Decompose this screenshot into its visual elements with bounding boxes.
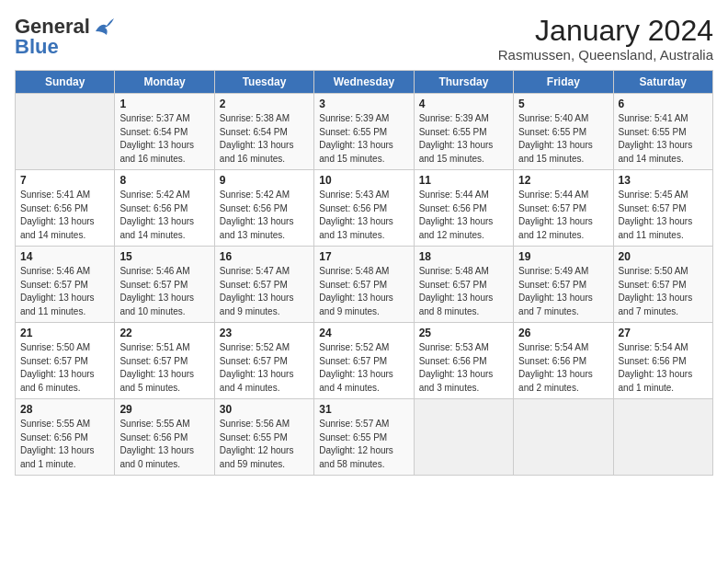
calendar-cell: 18Sunrise: 5:48 AM Sunset: 6:57 PM Dayli… — [414, 247, 513, 323]
day-number: 21 — [20, 327, 109, 339]
day-number: 8 — [119, 174, 209, 187]
calendar-cell: 5Sunrise: 5:40 AM Sunset: 6:55 PM Daylig… — [514, 94, 613, 170]
calendar-cell — [613, 399, 712, 476]
day-info: Sunrise: 5:47 AM Sunset: 6:57 PM Dayligh… — [220, 265, 309, 318]
calendar-cell: 3Sunrise: 5:39 AM Sunset: 6:55 PM Daylig… — [314, 94, 414, 170]
day-info: Sunrise: 5:55 AM Sunset: 6:56 PM Dayligh… — [20, 418, 109, 471]
logo-blue: Blue — [15, 35, 59, 59]
calendar-cell: 1Sunrise: 5:37 AM Sunset: 6:54 PM Daylig… — [115, 94, 214, 170]
calendar-cell: 13Sunrise: 5:45 AM Sunset: 6:57 PM Dayli… — [613, 170, 712, 247]
day-number: 14 — [20, 250, 109, 263]
page-header: General Blue January 2024 Rasmussen, Que… — [15, 15, 713, 63]
day-info: Sunrise: 5:51 AM Sunset: 6:57 PM Dayligh… — [119, 341, 209, 395]
day-info: Sunrise: 5:57 AM Sunset: 6:55 PM Dayligh… — [319, 418, 408, 471]
col-header-sunday: Sunday — [16, 71, 115, 94]
day-number: 10 — [319, 174, 408, 187]
day-number: 30 — [220, 403, 309, 416]
calendar-cell: 15Sunrise: 5:46 AM Sunset: 6:57 PM Dayli… — [115, 247, 214, 323]
logo-bird-icon — [94, 18, 114, 35]
col-header-tuesday: Tuesday — [214, 71, 313, 94]
day-number: 23 — [220, 327, 309, 339]
day-info: Sunrise: 5:49 AM Sunset: 6:57 PM Dayligh… — [518, 265, 608, 318]
day-number: 26 — [518, 327, 608, 339]
calendar-cell: 12Sunrise: 5:44 AM Sunset: 6:57 PM Dayli… — [514, 170, 613, 247]
calendar-cell: 28Sunrise: 5:55 AM Sunset: 6:56 PM Dayli… — [16, 399, 115, 476]
calendar-cell: 16Sunrise: 5:47 AM Sunset: 6:57 PM Dayli… — [214, 247, 313, 323]
day-number: 15 — [119, 250, 209, 263]
day-info: Sunrise: 5:48 AM Sunset: 6:57 PM Dayligh… — [319, 265, 408, 318]
calendar-cell: 11Sunrise: 5:44 AM Sunset: 6:56 PM Dayli… — [414, 170, 513, 247]
calendar-cell — [16, 94, 115, 170]
day-info: Sunrise: 5:55 AM Sunset: 6:56 PM Dayligh… — [119, 418, 209, 471]
day-number: 29 — [119, 403, 209, 416]
calendar-cell: 26Sunrise: 5:54 AM Sunset: 6:56 PM Dayli… — [514, 323, 613, 399]
calendar-cell: 27Sunrise: 5:54 AM Sunset: 6:56 PM Dayli… — [613, 323, 712, 399]
calendar-cell — [514, 399, 613, 476]
day-number: 17 — [319, 250, 408, 263]
day-number: 6 — [619, 98, 708, 110]
day-number: 3 — [319, 98, 408, 110]
calendar-cell: 4Sunrise: 5:39 AM Sunset: 6:55 PM Daylig… — [414, 94, 513, 170]
day-info: Sunrise: 5:43 AM Sunset: 6:56 PM Dayligh… — [319, 189, 408, 242]
day-number: 18 — [419, 250, 508, 263]
day-number: 9 — [220, 174, 309, 187]
location-title: Rasmussen, Queensland, Australia — [498, 47, 713, 63]
day-info: Sunrise: 5:44 AM Sunset: 6:57 PM Dayligh… — [518, 189, 608, 242]
day-info: Sunrise: 5:41 AM Sunset: 6:56 PM Dayligh… — [20, 189, 109, 242]
col-header-monday: Monday — [115, 71, 214, 94]
day-number: 16 — [220, 250, 309, 263]
calendar-cell: 21Sunrise: 5:50 AM Sunset: 6:57 PM Dayli… — [16, 323, 115, 399]
calendar-cell: 22Sunrise: 5:51 AM Sunset: 6:57 PM Dayli… — [115, 323, 214, 399]
calendar-cell: 9Sunrise: 5:42 AM Sunset: 6:56 PM Daylig… — [214, 170, 313, 247]
title-block: January 2024 Rasmussen, Queensland, Aust… — [498, 15, 713, 63]
day-number: 12 — [518, 174, 608, 187]
day-number: 27 — [619, 327, 708, 339]
calendar-cell: 2Sunrise: 5:38 AM Sunset: 6:54 PM Daylig… — [214, 94, 313, 170]
day-number: 31 — [319, 403, 408, 416]
day-number: 19 — [518, 250, 608, 263]
col-header-saturday: Saturday — [613, 71, 712, 94]
col-header-friday: Friday — [514, 71, 613, 94]
col-header-thursday: Thursday — [414, 71, 513, 94]
day-number: 24 — [319, 327, 408, 339]
calendar-table: SundayMondayTuesdayWednesdayThursdayFrid… — [15, 70, 713, 476]
day-info: Sunrise: 5:53 AM Sunset: 6:56 PM Dayligh… — [419, 341, 508, 395]
calendar-cell — [414, 399, 513, 476]
calendar-cell: 31Sunrise: 5:57 AM Sunset: 6:55 PM Dayli… — [314, 399, 414, 476]
day-info: Sunrise: 5:39 AM Sunset: 6:55 PM Dayligh… — [319, 112, 408, 166]
day-info: Sunrise: 5:50 AM Sunset: 6:57 PM Dayligh… — [20, 341, 109, 395]
day-number: 7 — [20, 174, 109, 187]
calendar-cell: 10Sunrise: 5:43 AM Sunset: 6:56 PM Dayli… — [314, 170, 414, 247]
col-header-wednesday: Wednesday — [314, 71, 414, 94]
calendar-cell: 7Sunrise: 5:41 AM Sunset: 6:56 PM Daylig… — [16, 170, 115, 247]
day-info: Sunrise: 5:42 AM Sunset: 6:56 PM Dayligh… — [119, 189, 209, 242]
day-info: Sunrise: 5:37 AM Sunset: 6:54 PM Dayligh… — [119, 112, 209, 166]
calendar-cell: 25Sunrise: 5:53 AM Sunset: 6:56 PM Dayli… — [414, 323, 513, 399]
day-number: 22 — [119, 327, 209, 339]
day-info: Sunrise: 5:52 AM Sunset: 6:57 PM Dayligh… — [220, 341, 309, 395]
day-info: Sunrise: 5:45 AM Sunset: 6:57 PM Dayligh… — [619, 189, 708, 242]
calendar-cell: 19Sunrise: 5:49 AM Sunset: 6:57 PM Dayli… — [514, 247, 613, 323]
month-title: January 2024 — [498, 15, 713, 47]
day-number: 25 — [419, 327, 508, 339]
day-number: 20 — [619, 250, 708, 263]
day-info: Sunrise: 5:46 AM Sunset: 6:57 PM Dayligh… — [20, 265, 109, 318]
day-info: Sunrise: 5:48 AM Sunset: 6:57 PM Dayligh… — [419, 265, 508, 318]
calendar-cell: 6Sunrise: 5:41 AM Sunset: 6:55 PM Daylig… — [613, 94, 712, 170]
calendar-cell: 23Sunrise: 5:52 AM Sunset: 6:57 PM Dayli… — [214, 323, 313, 399]
calendar-cell: 8Sunrise: 5:42 AM Sunset: 6:56 PM Daylig… — [115, 170, 214, 247]
day-info: Sunrise: 5:42 AM Sunset: 6:56 PM Dayligh… — [220, 189, 309, 242]
day-number: 1 — [119, 98, 209, 110]
day-info: Sunrise: 5:46 AM Sunset: 6:57 PM Dayligh… — [119, 265, 209, 318]
calendar-cell: 14Sunrise: 5:46 AM Sunset: 6:57 PM Dayli… — [16, 247, 115, 323]
calendar-cell: 20Sunrise: 5:50 AM Sunset: 6:57 PM Dayli… — [613, 247, 712, 323]
day-info: Sunrise: 5:40 AM Sunset: 6:55 PM Dayligh… — [518, 112, 608, 166]
day-info: Sunrise: 5:56 AM Sunset: 6:55 PM Dayligh… — [220, 418, 309, 471]
day-info: Sunrise: 5:44 AM Sunset: 6:56 PM Dayligh… — [419, 189, 508, 242]
day-number: 13 — [619, 174, 708, 187]
logo: General Blue — [15, 15, 114, 59]
day-info: Sunrise: 5:50 AM Sunset: 6:57 PM Dayligh… — [619, 265, 708, 318]
day-info: Sunrise: 5:52 AM Sunset: 6:57 PM Dayligh… — [319, 341, 408, 395]
day-info: Sunrise: 5:38 AM Sunset: 6:54 PM Dayligh… — [220, 112, 309, 166]
day-info: Sunrise: 5:54 AM Sunset: 6:56 PM Dayligh… — [518, 341, 608, 395]
